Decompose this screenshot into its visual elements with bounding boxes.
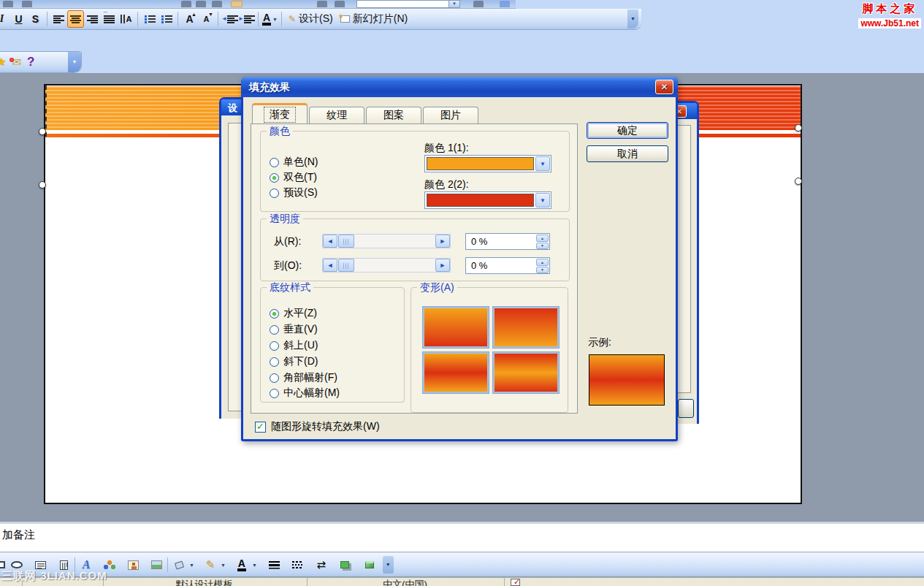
status-bar: 默认设计模板 中文(中国) ✓ <box>0 577 924 586</box>
increase-font-button[interactable]: A▲ <box>181 10 198 28</box>
help-button[interactable]: ? <box>27 55 34 69</box>
mail-icon[interactable]: ✉ <box>12 56 21 69</box>
toolbar-options-button[interactable]: ▼ <box>383 556 394 574</box>
scrollbar-thumb[interactable] <box>338 259 354 272</box>
toolbar-options-button[interactable]: ▼ <box>68 52 81 72</box>
text-direction-button[interactable]: A <box>118 10 134 28</box>
clipart-button[interactable] <box>124 557 142 573</box>
tab-picture[interactable]: 图片 <box>423 107 478 123</box>
background-dialog-partial-left[interactable]: 设 <box>219 97 243 419</box>
shadow-button[interactable]: S <box>27 10 44 28</box>
insert-picture-button[interactable] <box>148 557 165 573</box>
arrow-style-button[interactable]: ⇄ <box>313 557 330 573</box>
scroll-right-icon[interactable]: ► <box>435 235 450 248</box>
selection-handle[interactable] <box>39 181 46 189</box>
close-button[interactable]: ✕ <box>655 80 673 94</box>
toolbar-icon[interactable] <box>181 1 191 7</box>
numbered-list-button[interactable] <box>141 10 158 28</box>
scroll-left-icon[interactable]: ◄ <box>323 259 337 272</box>
line-color-button[interactable]: ✎ <box>202 557 219 573</box>
radio-vertical[interactable]: 垂直(V) <box>270 323 318 336</box>
shadow-style-button[interactable] <box>336 557 354 573</box>
notes-pane[interactable]: 加备注 <box>0 524 924 552</box>
radio-from-center[interactable]: 中心幅射(M) <box>270 387 340 400</box>
chevron-down-icon[interactable]: ▼ <box>189 563 194 568</box>
align-right-button[interactable] <box>84 10 101 28</box>
radio-diagonal-up[interactable]: 斜上(U) <box>270 339 318 352</box>
close-icon[interactable]: ✕ <box>676 105 687 118</box>
spin-down-icon[interactable]: ▼ <box>536 267 549 274</box>
toolbar-icon[interactable] <box>473 1 484 7</box>
transparency-to-scrollbar[interactable]: ◄ ► <box>322 258 451 273</box>
variant-1[interactable] <box>423 307 489 348</box>
line-style-button[interactable] <box>266 557 283 573</box>
design-button[interactable]: ✎设计(S) <box>285 10 337 28</box>
font-color-button[interactable]: A▼ <box>261 10 278 28</box>
spin-up-icon[interactable]: ▲ <box>536 235 549 242</box>
scrollbar-thumb[interactable] <box>338 235 354 248</box>
font-color-button[interactable]: A <box>233 557 251 573</box>
star-icon[interactable]: ★ <box>0 56 6 69</box>
distribute-button[interactable]: ↔ <box>101 10 118 28</box>
scroll-right-icon[interactable]: ► <box>435 259 450 272</box>
status-spellcheck[interactable]: ✓ <box>504 578 539 586</box>
cancel-button[interactable]: 取消 <box>587 145 668 162</box>
color1-dropdown[interactable]: ▼ <box>424 155 551 172</box>
tab-gradient[interactable]: 渐变 <box>252 103 308 123</box>
chevron-down-icon[interactable]: ▼ <box>252 563 257 568</box>
toolbar-icon[interactable] <box>196 1 206 7</box>
dash-style-button[interactable] <box>289 557 307 573</box>
decrease-font-button[interactable]: A▼ <box>198 10 215 28</box>
ok-button[interactable]: 确定 <box>587 122 668 139</box>
radio-preset[interactable]: 预设(S) <box>270 186 318 199</box>
radio-diagonal-down[interactable]: 斜下(D) <box>270 355 318 368</box>
background-dialog-partial-button[interactable] <box>678 399 694 418</box>
fill-color-button[interactable] <box>170 557 188 573</box>
spin-down-icon[interactable]: ▼ <box>536 243 549 250</box>
toolbar-icon[interactable] <box>212 1 222 7</box>
tab-texture[interactable]: 纹理 <box>309 107 364 123</box>
tab-pattern[interactable]: 图案 <box>366 107 421 123</box>
color2-dropdown[interactable]: ▼ <box>424 191 551 209</box>
zoom-combobox[interactable]: ▼ <box>356 0 460 8</box>
toolbar-icon[interactable] <box>317 1 327 7</box>
transparency-to-spinner[interactable]: 0 % ▲ ▼ <box>465 257 550 274</box>
underline-button[interactable]: U <box>10 10 27 28</box>
increase-indent-button[interactable]: ► <box>238 10 255 28</box>
radio-horizontal[interactable]: 水平(Z) <box>270 307 317 320</box>
chevron-down-icon[interactable]: ▼ <box>448 1 459 7</box>
italic-button[interactable]: I <box>0 10 10 28</box>
chevron-down-icon[interactable]: ▼ <box>535 193 550 208</box>
selection-handle[interactable] <box>39 128 46 135</box>
scroll-left-icon[interactable]: ◄ <box>323 235 337 248</box>
selection-handle[interactable] <box>795 178 802 185</box>
decrease-indent-button[interactable]: ◄ <box>221 10 238 28</box>
toolbar-icon[interactable] <box>22 1 32 7</box>
background-dialog-titlebar: ✕ <box>676 103 697 119</box>
chevron-down-icon[interactable]: ▼ <box>535 156 550 171</box>
dialog-titlebar[interactable]: 填充效果 ✕ <box>241 77 678 97</box>
background-dialog-partial-right[interactable]: ✕ <box>676 101 699 424</box>
toolbar-icon[interactable] <box>335 1 345 7</box>
transparency-from-scrollbar[interactable]: ◄ ► <box>322 234 451 248</box>
3d-style-button[interactable] <box>361 557 378 573</box>
transparency-from-spinner[interactable]: 0 % ▲ ▼ <box>465 233 550 250</box>
toolbar-options-icon[interactable] <box>500 1 510 7</box>
selection-handle[interactable] <box>795 124 802 132</box>
toolbar-options-button[interactable]: ▼ <box>627 9 638 28</box>
variant-3[interactable] <box>423 352 489 393</box>
chevron-down-icon[interactable]: ▼ <box>221 563 226 568</box>
toolbar-icon[interactable] <box>3 1 13 7</box>
new-slide-button[interactable]: ★新幻灯片(N) <box>337 10 411 28</box>
radio-one-color[interactable]: 单色(N) <box>270 156 318 169</box>
rotate-fill-checkbox[interactable]: ✓ 随图形旋转填充效果(W) <box>255 420 380 433</box>
spin-up-icon[interactable]: ▲ <box>536 259 549 266</box>
radio-from-corner[interactable]: 角部幅射(F) <box>270 371 337 384</box>
bullet-list-button[interactable] <box>158 10 175 28</box>
variant-2[interactable] <box>493 307 559 348</box>
radio-two-colors[interactable]: 双色(T) <box>270 171 317 184</box>
toolbar-icon[interactable] <box>231 1 243 7</box>
variant-4[interactable] <box>493 352 559 393</box>
align-left-button[interactable] <box>50 10 67 28</box>
align-center-button[interactable] <box>67 10 84 28</box>
